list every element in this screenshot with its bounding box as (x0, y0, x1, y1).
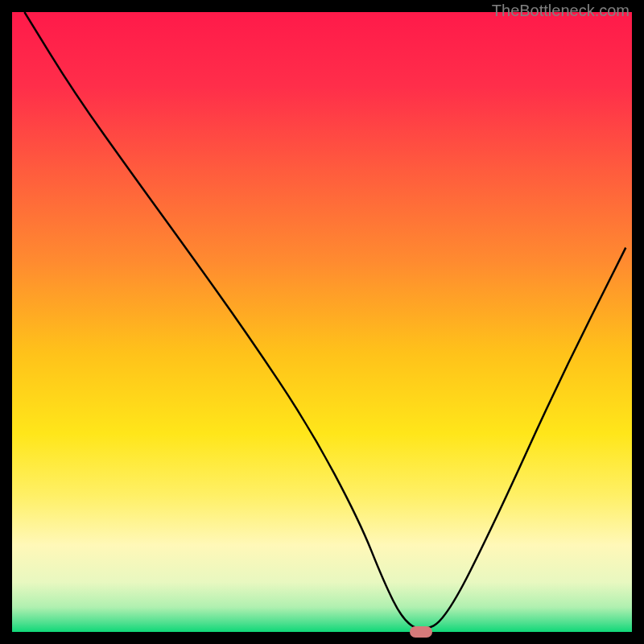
optimal-marker (410, 626, 432, 638)
bottleneck-curve (12, 12, 632, 632)
chart-plot-area (12, 12, 632, 632)
watermark-text: TheBottleneck.com (492, 2, 630, 20)
